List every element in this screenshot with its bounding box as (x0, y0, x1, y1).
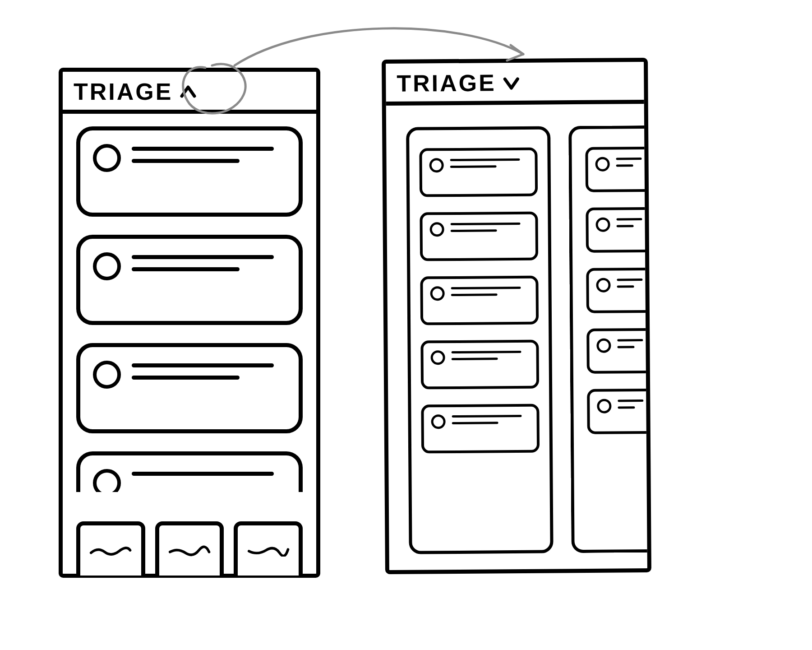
list-item[interactable] (419, 148, 538, 197)
list-item[interactable] (420, 276, 539, 325)
triage-panel-expanded: TRIAGE (382, 58, 651, 574)
list-item[interactable] (585, 147, 647, 192)
board-column-cropped[interactable] (568, 125, 647, 553)
avatar-icon (596, 278, 610, 292)
list-item[interactable] (420, 340, 539, 390)
tab-label-placeholder (247, 545, 290, 557)
item-text-placeholder (616, 217, 645, 232)
item-text-placeholder (617, 278, 645, 292)
list-item[interactable] (76, 343, 303, 433)
item-text-placeholder (618, 399, 646, 413)
item-text-placeholder (452, 350, 529, 365)
panel-body (386, 104, 647, 563)
item-text-placeholder (617, 338, 646, 353)
list-item[interactable] (76, 235, 303, 325)
avatar-icon (93, 361, 121, 389)
item-text-placeholder (451, 222, 528, 237)
avatar-icon (93, 469, 121, 492)
avatar-icon (431, 414, 446, 429)
panel-body (63, 114, 316, 492)
item-text-placeholder (450, 158, 528, 172)
list-item[interactable] (587, 389, 647, 434)
item-text-placeholder (132, 252, 286, 279)
list-item[interactable] (586, 328, 647, 374)
list-item[interactable] (420, 212, 538, 261)
avatar-icon (595, 218, 610, 232)
item-text-placeholder (616, 157, 645, 171)
avatar-icon (597, 399, 611, 413)
wireframe-canvas: TRIAGE (0, 0, 812, 650)
chevron-up-icon[interactable] (179, 83, 197, 101)
tab-label-placeholder (168, 545, 211, 557)
list-item[interactable] (76, 126, 303, 217)
avatar-icon (429, 158, 444, 172)
avatar-icon (595, 157, 610, 172)
tab-item[interactable] (155, 521, 224, 576)
panel-title: TRIAGE (397, 69, 496, 97)
panel-header[interactable]: TRIAGE (386, 62, 644, 106)
annotation-arrowhead-icon (507, 45, 523, 60)
item-text-placeholder (132, 144, 286, 171)
avatar-icon (430, 222, 444, 237)
item-text-placeholder (132, 361, 286, 388)
avatar-icon (430, 286, 445, 301)
panel-header[interactable]: TRIAGE (63, 72, 316, 114)
avatar-icon (596, 339, 611, 353)
bottom-tab-bar (76, 521, 303, 576)
item-text-placeholder (132, 469, 286, 484)
triage-panel-collapsed: TRIAGE (59, 68, 320, 578)
tab-item[interactable] (76, 521, 145, 576)
board-column[interactable] (406, 126, 554, 554)
list-item-partial[interactable] (76, 451, 303, 492)
item-text-placeholder (451, 286, 529, 301)
avatar-icon (431, 350, 445, 365)
tab-label-placeholder (89, 545, 132, 557)
avatar-icon (93, 252, 121, 280)
chevron-down-icon[interactable] (503, 74, 521, 92)
panel-title: TRIAGE (74, 78, 173, 105)
list-item[interactable] (586, 207, 647, 253)
list-item[interactable] (586, 268, 647, 313)
item-text-placeholder (452, 414, 530, 429)
list-item[interactable] (421, 404, 540, 454)
avatar-icon (93, 144, 121, 172)
tab-item[interactable] (234, 521, 303, 576)
